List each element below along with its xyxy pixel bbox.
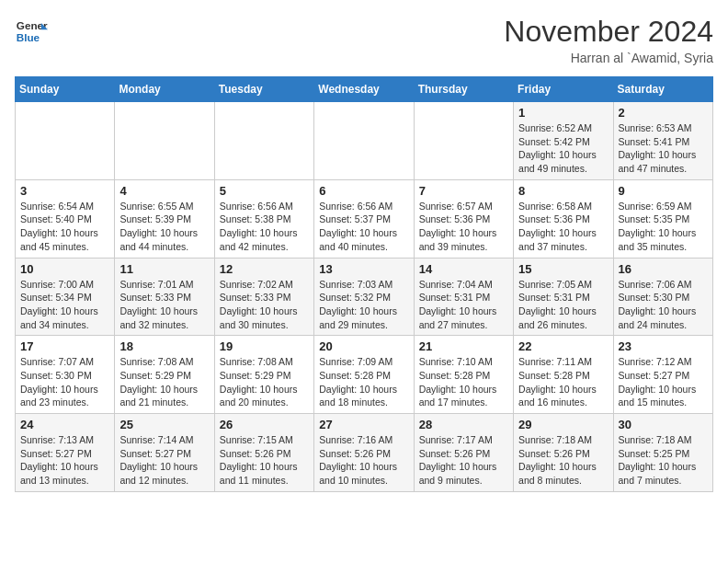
day-cell [16,102,115,180]
day-cell [214,102,313,180]
day-info: Sunrise: 7:01 AM Sunset: 5:33 PM Dayligh… [119,278,209,332]
day-info: Sunrise: 7:17 AM Sunset: 5:26 PM Dayligh… [419,433,508,488]
day-cell [414,102,513,180]
day-info: Sunrise: 7:02 AM Sunset: 5:33 PM Dayligh… [220,278,309,332]
weekday-header-monday: Monday [115,77,214,102]
day-number: 28 [419,418,508,431]
day-info: Sunrise: 7:07 AM Sunset: 5:30 PM Dayligh… [20,355,109,409]
day-cell: 25Sunrise: 7:14 AM Sunset: 5:27 PM Dayli… [115,414,214,492]
day-number: 14 [419,262,508,276]
day-number: 24 [20,418,109,431]
day-cell: 13Sunrise: 7:03 AM Sunset: 5:32 PM Dayli… [314,258,414,336]
day-cell: 27Sunrise: 7:16 AM Sunset: 5:26 PM Dayli… [314,414,414,492]
day-cell [115,102,214,180]
day-info: Sunrise: 6:54 AM Sunset: 5:40 PM Dayligh… [20,200,109,254]
day-info: Sunrise: 7:04 AM Sunset: 5:31 PM Dayligh… [419,278,508,332]
day-info: Sunrise: 7:15 AM Sunset: 5:26 PM Dayligh… [220,433,309,488]
day-number: 17 [20,339,109,353]
day-info: Sunrise: 6:53 AM Sunset: 5:41 PM Dayligh… [619,121,708,176]
day-number: 16 [619,262,708,276]
day-info: Sunrise: 7:05 AM Sunset: 5:31 PM Dayligh… [518,278,608,332]
day-cell: 23Sunrise: 7:12 AM Sunset: 5:27 PM Dayli… [613,336,712,414]
weekday-header-tuesday: Tuesday [214,77,313,102]
day-number: 21 [419,339,508,353]
day-cell [314,102,414,180]
day-info: Sunrise: 6:56 AM Sunset: 5:38 PM Dayligh… [220,200,309,254]
day-cell: 15Sunrise: 7:05 AM Sunset: 5:31 PM Dayli… [514,258,613,336]
day-info: Sunrise: 7:11 AM Sunset: 5:28 PM Dayligh… [518,355,608,409]
day-info: Sunrise: 7:03 AM Sunset: 5:32 PM Dayligh… [319,278,408,332]
day-info: Sunrise: 7:00 AM Sunset: 5:34 PM Dayligh… [20,278,109,332]
day-cell: 24Sunrise: 7:13 AM Sunset: 5:27 PM Dayli… [16,414,115,492]
day-info: Sunrise: 7:08 AM Sunset: 5:29 PM Dayligh… [220,355,309,409]
day-cell: 29Sunrise: 7:18 AM Sunset: 5:26 PM Dayli… [514,414,613,492]
day-number: 4 [119,184,209,198]
day-cell: 17Sunrise: 7:07 AM Sunset: 5:30 PM Dayli… [16,336,115,414]
day-info: Sunrise: 7:18 AM Sunset: 5:26 PM Dayligh… [518,433,608,488]
day-number: 22 [518,339,608,353]
day-number: 19 [220,339,309,353]
page-header: General Blue General Blue November 2024 … [15,15,713,65]
day-number: 11 [119,262,209,276]
day-info: Sunrise: 7:14 AM Sunset: 5:27 PM Dayligh… [119,433,209,488]
day-number: 2 [619,106,708,120]
day-cell: 2Sunrise: 6:53 AM Sunset: 5:41 PM Daylig… [613,102,712,180]
logo: General Blue General Blue [15,15,48,48]
day-number: 13 [319,262,408,276]
calendar-body: 1Sunrise: 6:52 AM Sunset: 5:42 PM Daylig… [16,102,713,492]
day-number: 25 [119,418,209,431]
day-cell: 16Sunrise: 7:06 AM Sunset: 5:30 PM Dayli… [613,258,712,336]
day-info: Sunrise: 6:52 AM Sunset: 5:42 PM Dayligh… [518,121,608,176]
week-row-5: 24Sunrise: 7:13 AM Sunset: 5:27 PM Dayli… [16,414,713,492]
week-row-3: 10Sunrise: 7:00 AM Sunset: 5:34 PM Dayli… [16,258,713,336]
day-cell: 9Sunrise: 6:59 AM Sunset: 5:35 PM Daylig… [613,179,712,258]
day-number: 27 [319,418,408,431]
day-info: Sunrise: 6:57 AM Sunset: 5:36 PM Dayligh… [419,200,508,254]
title-block: November 2024 Harran al `Awamid, Syria [504,15,713,65]
day-cell: 4Sunrise: 6:55 AM Sunset: 5:39 PM Daylig… [115,179,214,258]
day-number: 23 [619,339,708,353]
calendar-header: SundayMondayTuesdayWednesdayThursdayFrid… [16,77,713,102]
day-number: 26 [220,418,309,431]
day-number: 10 [20,262,109,276]
day-info: Sunrise: 6:59 AM Sunset: 5:35 PM Dayligh… [619,200,708,254]
calendar-table: SundayMondayTuesdayWednesdayThursdayFrid… [15,76,713,492]
day-cell: 30Sunrise: 7:18 AM Sunset: 5:25 PM Dayli… [613,414,712,492]
day-cell: 26Sunrise: 7:15 AM Sunset: 5:26 PM Dayli… [214,414,313,492]
day-cell: 1Sunrise: 6:52 AM Sunset: 5:42 PM Daylig… [514,102,613,180]
week-row-4: 17Sunrise: 7:07 AM Sunset: 5:30 PM Dayli… [16,336,713,414]
day-number: 30 [619,418,708,431]
day-number: 18 [119,339,209,353]
day-number: 6 [319,184,408,198]
weekday-header-wednesday: Wednesday [314,77,414,102]
day-cell: 14Sunrise: 7:04 AM Sunset: 5:31 PM Dayli… [414,258,513,336]
day-cell: 11Sunrise: 7:01 AM Sunset: 5:33 PM Dayli… [115,258,214,336]
day-number: 3 [20,184,109,198]
day-cell: 21Sunrise: 7:10 AM Sunset: 5:28 PM Dayli… [414,336,513,414]
month-title: November 2024 [504,15,713,49]
day-cell: 7Sunrise: 6:57 AM Sunset: 5:36 PM Daylig… [414,179,513,258]
day-number: 9 [619,184,708,198]
weekday-row: SundayMondayTuesdayWednesdayThursdayFrid… [16,77,713,102]
day-cell: 3Sunrise: 6:54 AM Sunset: 5:40 PM Daylig… [16,179,115,258]
logo-icon: General Blue [15,15,48,48]
day-cell: 19Sunrise: 7:08 AM Sunset: 5:29 PM Dayli… [214,336,313,414]
svg-text:Blue: Blue [17,31,40,43]
day-cell: 22Sunrise: 7:11 AM Sunset: 5:28 PM Dayli… [514,336,613,414]
day-cell: 5Sunrise: 6:56 AM Sunset: 5:38 PM Daylig… [214,179,313,258]
day-info: Sunrise: 7:08 AM Sunset: 5:29 PM Dayligh… [119,355,209,409]
day-number: 29 [518,418,608,431]
day-info: Sunrise: 6:58 AM Sunset: 5:36 PM Dayligh… [518,200,608,254]
day-cell: 20Sunrise: 7:09 AM Sunset: 5:28 PM Dayli… [314,336,414,414]
week-row-2: 3Sunrise: 6:54 AM Sunset: 5:40 PM Daylig… [16,179,713,258]
day-cell: 6Sunrise: 6:56 AM Sunset: 5:37 PM Daylig… [314,179,414,258]
day-number: 1 [518,106,608,120]
day-number: 12 [220,262,309,276]
day-number: 20 [319,339,408,353]
day-cell: 18Sunrise: 7:08 AM Sunset: 5:29 PM Dayli… [115,336,214,414]
day-cell: 28Sunrise: 7:17 AM Sunset: 5:26 PM Dayli… [414,414,513,492]
day-number: 8 [518,184,608,198]
weekday-header-sunday: Sunday [16,77,115,102]
location: Harran al `Awamid, Syria [504,51,713,65]
day-info: Sunrise: 6:56 AM Sunset: 5:37 PM Dayligh… [319,200,408,254]
